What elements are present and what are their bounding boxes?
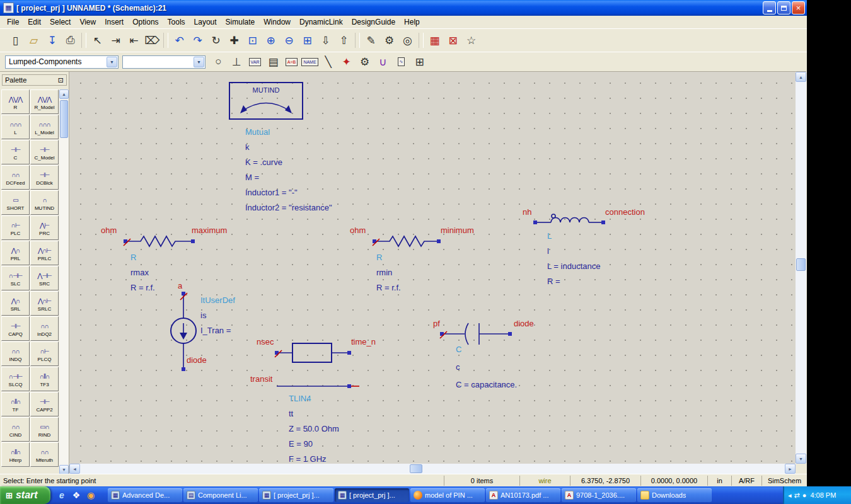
mutind-annotations[interactable]: Mutual kK = .curveM =Inductor1 = "-"Indu… bbox=[245, 125, 332, 215]
select-pointer-icon[interactable]: ↖ bbox=[89, 32, 106, 49]
rotate-icon[interactable]: ↻ bbox=[207, 32, 224, 49]
palette-item[interactable]: ⊣⊢ CAPQ bbox=[1, 316, 30, 341]
undo-icon[interactable]: ↶ bbox=[171, 32, 188, 49]
insert-pin2-icon[interactable]: ⇤ bbox=[125, 32, 142, 49]
deactivate-delete-icon[interactable]: ⊠ bbox=[444, 32, 461, 49]
resistor-rmin-symbol[interactable] bbox=[373, 236, 441, 246]
menu-item[interactable]: Options bbox=[128, 16, 163, 28]
probe-icon[interactable]: ∪ bbox=[374, 54, 391, 71]
palette-item[interactable]: ⋀⋁⋀ R_Model bbox=[30, 89, 59, 114]
gear-icon[interactable]: ⚙ bbox=[356, 54, 373, 71]
taskbar-task-button[interactable]: ▤ Component Li... bbox=[183, 488, 258, 502]
chevron-down-icon[interactable]: ▼ bbox=[194, 57, 204, 67]
taskbar-task-button[interactable]: ▦ [ project_prj ]... bbox=[335, 488, 409, 502]
palette-item[interactable]: ∩‖∩ Hferp bbox=[1, 442, 30, 467]
separator[interactable] bbox=[81, 33, 86, 48]
palette-item[interactable]: ∩‖∩ TF3 bbox=[30, 367, 59, 391]
zoom-in-icon[interactable]: ⊕ bbox=[262, 32, 279, 49]
separator[interactable] bbox=[419, 33, 424, 48]
chevron-down-icon[interactable]: ▼ bbox=[107, 57, 117, 67]
palette-item[interactable]: ∩∩∩ L_Model bbox=[30, 115, 59, 139]
resistor-rmax-symbol[interactable] bbox=[124, 236, 195, 246]
insert-pin-icon[interactable]: ⇥ bbox=[107, 32, 124, 49]
palette-item[interactable]: ⋀⊢ PRC bbox=[30, 215, 59, 240]
menu-item[interactable]: Layout bbox=[190, 16, 221, 28]
menu-item[interactable]: Edit bbox=[23, 16, 45, 28]
palette-item[interactable]: ⋀∩ PRL bbox=[1, 241, 30, 265]
menu-item[interactable]: DynamicLink bbox=[295, 16, 347, 28]
quicklaunch-internet-explorer-icon[interactable]: e bbox=[55, 489, 68, 501]
wire-icon[interactable]: ╲ bbox=[320, 54, 337, 71]
menu-item[interactable]: File bbox=[3, 16, 23, 28]
resistor-rmin-annotations[interactable]: R rminR = r.f. bbox=[376, 250, 401, 295]
pop-out-hierarchy-icon[interactable]: ⇧ bbox=[335, 32, 352, 49]
component-history-select[interactable]: ▼ bbox=[122, 55, 206, 69]
mutind-symbol[interactable]: MUTIND bbox=[229, 83, 303, 119]
tray-network-icon[interactable]: ⇄ bbox=[794, 491, 800, 500]
palette-scrollbar[interactable]: ▲ ▼ bbox=[59, 89, 69, 474]
palette-item[interactable]: ⋀∩ SRL bbox=[1, 291, 30, 316]
menu-item[interactable]: Simulate bbox=[221, 16, 260, 28]
vertical-scrollbar[interactable]: ▲ ▼ bbox=[796, 71, 806, 464]
start-button[interactable]: ⊞ start bbox=[0, 486, 50, 504]
open-design-icon[interactable]: ▱ bbox=[25, 32, 42, 49]
palette-item[interactable]: ∩∩ DCFeed bbox=[1, 165, 30, 190]
palette-item[interactable]: ⊣⊢ DCBlck bbox=[30, 165, 59, 190]
palette-item[interactable]: ∩∩∩ L bbox=[1, 115, 30, 139]
print-icon[interactable]: ⎙ bbox=[62, 32, 79, 49]
menu-item[interactable]: Help bbox=[400, 16, 424, 28]
palette-item[interactable]: ∩⊢ PLCQ bbox=[30, 341, 59, 366]
wand-icon[interactable]: ☆ bbox=[463, 32, 480, 49]
schematic-canvas[interactable]: MUTIND bbox=[69, 71, 796, 464]
palette-dock-icon[interactable]: ⊡ bbox=[58, 76, 64, 84]
palette-item[interactable]: ▭∩ RIND bbox=[30, 417, 59, 442]
save-design-icon[interactable]: ↧ bbox=[43, 32, 61, 49]
palette-item[interactable]: ∩∩ Mferuth bbox=[30, 442, 59, 467]
push-into-hierarchy-icon[interactable]: ⇩ bbox=[317, 32, 334, 49]
palette-item[interactable]: ∩⊢ PLC bbox=[1, 215, 30, 240]
palette-item[interactable]: ⋀⋁⋀ R bbox=[1, 89, 30, 114]
tray-status-icon[interactable]: ● bbox=[802, 491, 807, 499]
app-icon[interactable]: ▦ bbox=[3, 3, 14, 13]
zoom-area-icon[interactable]: ⊡ bbox=[244, 32, 261, 49]
taskbar-task-button[interactable]: model of PIN ... bbox=[410, 488, 485, 502]
palette-item[interactable]: ⋀∩⊢ PRLC bbox=[30, 241, 59, 265]
current-source-annotations[interactable]: ItUserDef isI_Tran = bbox=[200, 293, 235, 338]
inductor-symbol[interactable] bbox=[533, 214, 605, 224]
taskbar-task-button[interactable]: A 9708-1_2036.... bbox=[562, 488, 636, 502]
restore-button[interactable] bbox=[777, 1, 790, 14]
palette-item[interactable]: ⊣⊢ CAPP2 bbox=[30, 392, 59, 416]
menu-item[interactable]: Insert bbox=[100, 16, 128, 28]
palette-item[interactable]: ∩∩ INDQ bbox=[1, 341, 30, 366]
minimize-button[interactable] bbox=[763, 1, 776, 14]
zoom-fit-icon[interactable]: ⊞ bbox=[299, 32, 316, 49]
palette-item[interactable]: ∩⊣⊢ SLC bbox=[1, 266, 30, 290]
palette-select[interactable]: Lumped-Components ▼ bbox=[5, 55, 119, 69]
equation-icon[interactable]: A=B bbox=[283, 54, 300, 71]
resistor-rmax-annotations[interactable]: R rmaxR = r.f. bbox=[130, 250, 155, 295]
tlin4-annotations[interactable]: TLIN4 ttZ = 50.0 OhmE = 90F = 1 GHz bbox=[289, 391, 339, 464]
delete-icon[interactable]: ⌦ bbox=[144, 32, 161, 49]
taskbar-task-button[interactable]: Downloads bbox=[637, 488, 712, 502]
ground-icon[interactable]: ⊥ bbox=[228, 54, 245, 71]
palette-item[interactable]: ⊣⊢ C_Model bbox=[30, 140, 59, 164]
close-button[interactable]: × bbox=[792, 1, 805, 14]
quicklaunch-app-icon[interactable]: ❖ bbox=[70, 489, 83, 501]
insert-wire-icon[interactable]: ✎ bbox=[362, 32, 379, 49]
menu-item[interactable]: Window bbox=[259, 16, 295, 28]
palette-item[interactable]: ▭ SHORT bbox=[1, 190, 30, 215]
menu-item[interactable]: Tools bbox=[163, 16, 190, 28]
var-icon[interactable]: VAR bbox=[246, 54, 263, 71]
clock[interactable]: 4:08 PM bbox=[810, 491, 836, 499]
simulate-icon[interactable]: ⚙ bbox=[381, 32, 398, 49]
library-browser-icon[interactable]: ⊞ bbox=[411, 54, 428, 71]
redo-icon[interactable]: ↷ bbox=[189, 32, 206, 49]
tray-hidden-icons-chevron[interactable]: ◂ bbox=[788, 491, 792, 500]
capacitor-annotations[interactable]: C cC = capacitance. bbox=[456, 341, 517, 394]
deactivate-component-icon[interactable]: ▦ bbox=[426, 32, 443, 49]
palette-item[interactable]: ∩⊣⊢ SLCQ bbox=[1, 367, 30, 391]
quicklaunch-firefox-icon[interactable]: ◉ bbox=[84, 489, 97, 501]
find-icon[interactable]: ◎ bbox=[399, 32, 416, 49]
wave-icon[interactable]: ∿ bbox=[393, 54, 410, 71]
separator[interactable] bbox=[163, 33, 168, 48]
